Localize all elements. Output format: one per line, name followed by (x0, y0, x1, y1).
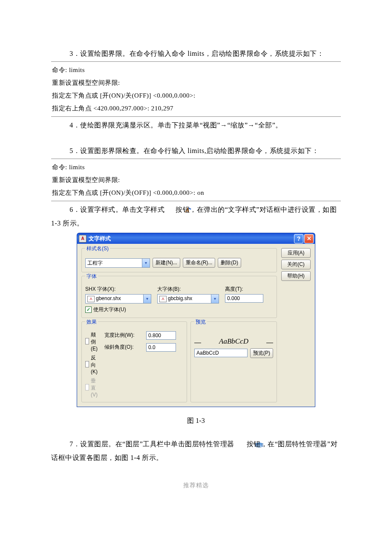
command-block-1: 命令: limits 重新设置模型空间界限: 指定左下角点或 [开(ON)/关(… (51, 61, 341, 117)
page-content: 3．设置绘图界限。在命令行输入命令 limits，启动绘图界限命令，系统提示如下… (0, 0, 392, 515)
para-6: 6．设置字样式。单击文字样式 A 按钮，在弹出的“文字样式”对话框中进行设置，如… (51, 203, 341, 230)
apply-button[interactable]: 应用(A) (281, 248, 311, 258)
vertical-label: 垂直(V) (91, 377, 100, 398)
rename-button[interactable]: 重命名(R)... (183, 258, 216, 268)
big-font-combo[interactable]: Agbcbig.shx ▾ (157, 294, 219, 304)
checkbox-icon (85, 338, 89, 344)
preview-button[interactable]: 预览(P) (250, 348, 273, 358)
cmd-line: 指定右上角点 <420.000,297.000>: 210,297 (52, 102, 340, 115)
text-style-icon: A (167, 204, 174, 211)
chevron-down-icon[interactable]: ▾ (211, 295, 219, 303)
para-3: 3．设置绘图界限。在命令行输入命令 limits，启动绘图界限命令，系统提示如下… (51, 47, 341, 61)
preview-group: 预览 AaBbCcD AaBbCcD 预览(P) (190, 321, 277, 402)
upside-down-checkbox[interactable]: 颠倒(E) (85, 331, 100, 352)
footer-text: 推荐精选 (51, 482, 341, 489)
dialog-body: 样式名(S) 工程字 ▾ 新建(N)... 重命名(R)... 删除(D) 字体 (77, 244, 315, 407)
shx-font-value: gbenor.shx (96, 295, 121, 301)
para-4: 4．使绘图界限充满显示区。单击下拉菜单“视图”→“缩放”→“全部”。 (51, 119, 341, 132)
cmd-line: 命令: limits (52, 161, 340, 173)
oblique-angle-label: 倾斜角度(O): (104, 344, 144, 351)
cmd-line: 指定左下角点或 [开(ON)/关(OFF)] <0.000,0.000>: (52, 89, 340, 102)
figure-caption: 图 1-3 (51, 416, 341, 425)
dialog-right-buttons: 应用(A) 关闭(C) 帮助(H) (281, 248, 311, 402)
dialog-titlebar[interactable]: A 文字样式 ? ✕ (77, 233, 315, 244)
height-input[interactable]: 0.000 (225, 294, 263, 303)
layer-manager-icon (236, 439, 245, 444)
effects-legend: 效果 (85, 318, 98, 326)
chevron-down-icon[interactable]: ▾ (142, 259, 150, 267)
reverse-checkbox[interactable]: 反向(K) (85, 354, 100, 375)
width-factor-label: 宽度比例(W): (104, 332, 144, 339)
cmd-line: 指定左下角点或 [开(ON)/关(OFF)] <0.000,0.000>: on (52, 186, 340, 199)
style-name-value: 工程字 (86, 259, 142, 267)
checkbox-icon (85, 361, 89, 367)
use-big-font-label: 使用大字体(U) (93, 306, 126, 313)
font-legend: 字体 (85, 273, 98, 280)
reverse-label: 反向(K) (91, 354, 100, 375)
checkbox-icon (85, 384, 89, 390)
new-button[interactable]: 新建(N)... (153, 258, 180, 268)
text-style-dialog: A 文字样式 ? ✕ 样式名(S) 工程字 ▾ 新建(N)... 重命名(R).… (77, 233, 315, 407)
help-dialog-button[interactable]: 帮助(H) (281, 271, 311, 281)
command-block-2: 命令: limits 重新设置模型空间界限: 指定左下角点或 [开(ON)/关(… (51, 159, 341, 201)
para-6-a: 6．设置字样式。单击文字样式 (69, 206, 164, 213)
shx-font-combo[interactable]: Agbenor.shx ▾ (85, 294, 151, 304)
shx-font-label: SHX 字体(X): (85, 286, 151, 293)
close-dialog-button[interactable]: 关闭(C) (281, 260, 311, 269)
style-name-group: 样式名(S) 工程字 ▾ 新建(N)... 重命名(R)... 删除(D) (81, 248, 277, 272)
chevron-down-icon[interactable]: ▾ (143, 295, 151, 303)
preview-legend: 预览 (194, 318, 207, 326)
app-icon: A (79, 235, 86, 243)
vertical-checkbox: 垂直(V) (85, 377, 100, 398)
help-button[interactable]: ? (294, 234, 303, 243)
style-name-combo[interactable]: 工程字 ▾ (85, 258, 150, 268)
cmd-line: 重新设置模型空间界限: (52, 76, 340, 89)
checkbox-checked-icon (85, 306, 92, 313)
style-legend: 样式名(S) (85, 245, 110, 252)
height-label: 高度(T): (225, 286, 263, 293)
effects-group: 效果 颠倒(E) 反向(K) (81, 321, 187, 402)
font-group: 字体 SHX 字体(X): Agbenor.shx ▾ 大字体(B): (81, 276, 277, 318)
cmd-line: 重新设置模型空间界限: (52, 173, 340, 186)
oblique-angle-input[interactable]: 0.0 (146, 343, 176, 352)
preview-input[interactable]: AaBbCcD (194, 349, 248, 357)
para-7: 7．设置图层。在“图层”工具栏中单击图层特性管理器 按钮，在“图层特性管理器”对… (51, 437, 341, 465)
dialog-title: 文字样式 (89, 235, 293, 243)
close-button[interactable]: ✕ (304, 234, 314, 243)
preview-canvas: AaBbCcD (194, 330, 273, 346)
para-5: 5．设置图形界限检查。在命令行输入 limits,启动绘图界限命令，系统提示如下… (51, 144, 341, 158)
font-icon: A (159, 296, 167, 302)
upside-down-label: 颠倒(E) (91, 331, 100, 352)
para-7-a: 7．设置图层。在“图层”工具栏中单击图层特性管理器 (69, 440, 234, 448)
width-factor-input[interactable]: 0.800 (146, 331, 176, 340)
preview-sample: AaBbCcD (219, 337, 248, 346)
use-big-font-checkbox[interactable]: 使用大字体(U) (85, 306, 273, 313)
delete-button[interactable]: 删除(D) (218, 258, 241, 268)
big-font-label: 大字体(B): (157, 286, 219, 293)
big-font-value: gbcbig.shx (168, 295, 192, 301)
font-icon: A (87, 296, 95, 302)
cmd-line: 命令: limits (52, 64, 340, 76)
